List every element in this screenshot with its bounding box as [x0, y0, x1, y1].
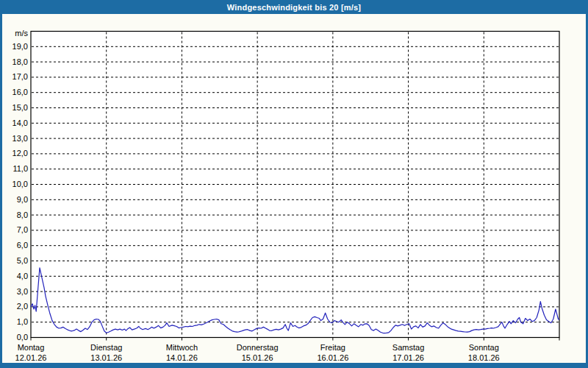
chart-area: m/s0,01,02,03,04,05,06,07,08,09,010,011,… — [2, 14, 586, 363]
x-day-date-label: 12.01.26 — [15, 353, 47, 362]
x-day-date-label: 16.01.26 — [317, 353, 348, 362]
plot-border — [31, 32, 559, 338]
y-tick-label: 12,0 — [12, 149, 28, 158]
x-day-weekday-label: Mittwoch — [166, 343, 198, 352]
y-tick-label: 14,0 — [12, 118, 28, 127]
y-tick-label: 15,0 — [12, 103, 28, 112]
x-day-weekday-label: Dienstag — [90, 343, 122, 352]
x-day-weekday-label: Donnerstag — [237, 343, 279, 352]
x-day-weekday-label: Freitag — [320, 343, 345, 352]
title-bar: Windgeschwindigkeit bis 20 [m/s] — [0, 0, 588, 14]
wind-speed-chart: m/s0,01,02,03,04,05,06,07,08,09,010,011,… — [2, 14, 586, 363]
x-day-weekday-label: Samstag — [392, 343, 424, 352]
y-tick-label: 8,0 — [17, 210, 28, 219]
y-tick-label: 7,0 — [17, 225, 28, 234]
y-tick-label: 0,0 — [17, 333, 28, 342]
x-day-date-label: 17.01.26 — [392, 353, 424, 362]
x-day-date-label: 15.01.26 — [242, 353, 273, 362]
x-day-date-label: 18.01.26 — [468, 353, 500, 362]
y-tick-label: 9,0 — [17, 195, 28, 204]
y-tick-label: 13,0 — [12, 134, 28, 143]
y-tick-label: 5,0 — [17, 256, 28, 265]
y-tick-label: 11,0 — [12, 164, 28, 173]
y-tick-label: 6,0 — [17, 241, 28, 250]
x-day-weekday-label: Montag — [18, 343, 45, 352]
y-tick-label: 3,0 — [17, 287, 28, 296]
x-day-date-label: 13.01.26 — [90, 353, 122, 362]
window-title: Windgeschwindigkeit bis 20 [m/s] — [227, 3, 361, 12]
app-window: Windgeschwindigkeit bis 20 [m/s] m/s0,01… — [0, 0, 588, 368]
x-day-weekday-label: Sonntag — [469, 343, 499, 352]
y-tick-label: 19,0 — [12, 42, 28, 51]
y-tick-label: 4,0 — [17, 272, 28, 280]
y-tick-label: 10,0 — [12, 180, 28, 188]
y-tick-label: 1,0 — [17, 317, 28, 326]
x-day-date-label: 14.01.26 — [166, 353, 198, 362]
y-tick-label: 16,0 — [12, 88, 28, 96]
window-frame-bottom — [0, 363, 588, 368]
y-tick-label: 17,0 — [12, 72, 28, 81]
y-axis-unit-label: m/s — [15, 29, 28, 38]
y-tick-label: 18,0 — [12, 57, 28, 66]
y-tick-label: 2,0 — [17, 302, 28, 311]
